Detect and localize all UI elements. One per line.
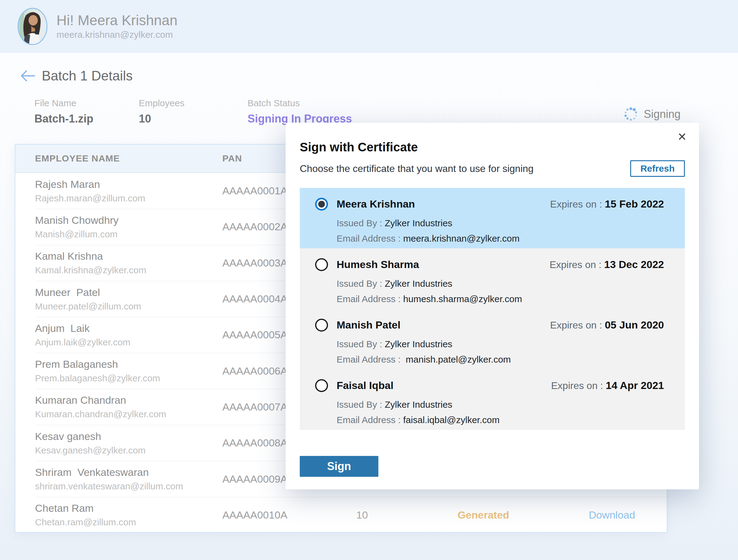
modal-subheader: Choose the certificate that you want to … <box>300 160 685 177</box>
employee-name: Chetan Ram <box>35 502 222 515</box>
employee-email: Kumaran.chandran@zylker.com <box>35 408 222 420</box>
certificate-option[interactable]: Faisal Iqbal Expires on : 14 Apr 2021 Is… <box>300 369 685 430</box>
employee-cell: Anjum Laik Anjum.laik@zylker.com <box>35 322 222 348</box>
page-title-row: Batch 1 Details <box>20 68 133 83</box>
signing-text: Signing <box>644 108 681 121</box>
employee-cell: Kamal Krishna Kamal.krishna@zylker.com <box>35 249 222 276</box>
user-email: meera.krishnan@zylker.com <box>56 29 177 41</box>
radio-button-icon[interactable] <box>315 198 328 210</box>
download-link[interactable]: Download <box>570 509 655 521</box>
employee-cell: Chetan Ram Chetan.ram@zillum.com <box>35 502 222 528</box>
file-name-value: Batch-1.zip <box>34 112 139 126</box>
employee-name: Anjum Laik <box>35 322 222 335</box>
employee-pan: AAAAA0010A <box>222 509 327 521</box>
modal-title: Sign with Certificate <box>300 139 685 155</box>
certificate-email: Email Address : faisal.iqbal@zylker.com <box>337 414 664 426</box>
certificate-name: Humesh Sharma <box>337 257 419 271</box>
employee-name: Kumaran Chandran <box>35 394 222 407</box>
certificate-body: Humesh Sharma Expires on : 13 Dec 2022 I… <box>337 257 664 305</box>
employee-name: Shriram Venkateswaran <box>35 466 222 479</box>
employee-email: Prem.balaganesh@zylker.com <box>35 373 222 384</box>
email-address-value: meera.krishnan@zylker.com <box>403 233 520 243</box>
sign-button[interactable]: Sign <box>300 456 378 477</box>
employee-cell: Shriram Venkateswaran shriram.venkateswa… <box>35 466 222 492</box>
issued-by-value: Zylker Industries <box>385 400 452 410</box>
user-greeting: Hi! Meera Krishnan <box>56 12 177 29</box>
batch-info: File Name Batch-1.zip Employees 10 Batch… <box>34 98 352 126</box>
email-address-value: manish.patel@zylker.com <box>403 354 511 365</box>
certificate-option[interactable]: Manish Patel Expires on : 05 Jun 2020 Is… <box>300 309 685 369</box>
certificate-list: Meera Krishnan Expires on : 15 Feb 2022 … <box>300 188 685 430</box>
certificate-name: Faisal Iqbal <box>337 379 393 392</box>
employee-email: Kamal.krishna@zylker.com <box>35 264 222 276</box>
employee-cell: Manish Chowdhry Manish@zillum.com <box>35 214 222 240</box>
employee-email: shriram.venkateswaran@zillum.com <box>35 481 222 492</box>
employee-name: Manish Chowdhry <box>35 214 222 226</box>
employee-email: Manish@zillum.com <box>35 228 222 240</box>
certificate-name: Meera Krishnan <box>337 197 415 210</box>
screen: Hi! Meera Krishnan meera.krishnan@zylker… <box>0 0 738 560</box>
expires-label: Expires on : <box>549 259 604 270</box>
certificate-expiry: Expires on : 13 Dec 2022 <box>549 258 664 270</box>
spinner-icon <box>624 107 638 122</box>
expires-value: 13 Dec 2022 <box>604 258 664 270</box>
modal-subtitle: Choose the certificate that you want to … <box>300 162 533 175</box>
expires-value: 05 Jun 2020 <box>605 319 664 331</box>
employee-name: Kamal Krishna <box>35 249 222 262</box>
avatar <box>17 7 48 45</box>
certificate-body: Meera Krishnan Expires on : 15 Feb 2022 … <box>337 197 664 244</box>
employee-cell: Rajesh Maran Rajesh.maran@zillum.com <box>35 178 222 204</box>
certificate-email: Email Address : manish.patel@zylker.com <box>337 354 664 365</box>
expires-value: 15 Feb 2022 <box>605 198 664 210</box>
radio-button-icon[interactable] <box>315 258 328 271</box>
certificate-expiry: Expires on : 14 Apr 2021 <box>551 380 664 392</box>
certificate-body: Manish Patel Expires on : 05 Jun 2020 Is… <box>337 318 664 365</box>
email-address-label: Email Address : <box>337 233 403 243</box>
expires-label: Expires on : <box>550 199 605 210</box>
issued-by-label: Issued By : <box>337 400 385 410</box>
employee-email: Chetan.ram@zillum.com <box>35 516 222 528</box>
certificate-email: Email Address : humesh.sharma@zylker.com <box>337 293 664 305</box>
employee-cell: Kesav ganesh Kesav.ganesh@zylker.com <box>35 430 222 456</box>
certificate-name: Manish Patel <box>337 318 400 332</box>
expires-label: Expires on : <box>551 380 606 391</box>
employee-name: Muneer Patel <box>35 286 222 299</box>
sign-with-certificate-modal: ✕ Sign with Certificate Choose the certi… <box>286 123 699 489</box>
employees-label: Employees <box>139 98 248 109</box>
employee-email: Rajesh.maran@zillum.com <box>35 192 222 204</box>
back-arrow-icon[interactable] <box>20 70 35 82</box>
certificate-option[interactable]: Meera Krishnan Expires on : 15 Feb 2022 … <box>300 188 685 248</box>
email-address-label: Email Address : <box>337 354 403 365</box>
employee-email: Anjum.laik@zylker.com <box>35 337 222 348</box>
employee-name: Kesav ganesh <box>35 430 222 443</box>
issued-by-value: Zylker Industries <box>385 218 452 228</box>
employee-cell: Kumaran Chandran Kumaran.chandran@zylker… <box>35 394 222 420</box>
certificate-expiry: Expires on : 05 Jun 2020 <box>550 319 664 331</box>
document-count: 10 <box>327 509 397 521</box>
radio-button-icon[interactable] <box>315 319 328 332</box>
employee-cell: Muneer Patel Muneer.patel@zillum.com <box>35 286 222 312</box>
certificate-body: Faisal Iqbal Expires on : 14 Apr 2021 Is… <box>337 379 664 426</box>
table-row: Chetan Ram Chetan.ram@zillum.com AAAAA00… <box>15 497 667 533</box>
issued-by-value: Zylker Industries <box>385 339 452 349</box>
employee-name: Rajesh Maran <box>35 178 222 191</box>
certificate-issuer: Issued By : Zylker Industries <box>337 278 664 290</box>
employee-cell: Prem Balaganesh Prem.balaganesh@zylker.c… <box>35 358 222 384</box>
expires-value: 14 Apr 2021 <box>606 380 664 391</box>
employee-email: Kesav.ganesh@zylker.com <box>35 445 222 456</box>
batch-status-label: Batch Status <box>248 98 352 109</box>
page-title: Batch 1 Details <box>42 68 133 83</box>
certificate-email: Email Address : meera.krishnan@zylker.co… <box>337 233 664 244</box>
issued-by-value: Zylker Industries <box>385 278 452 289</box>
app-header: Hi! Meera Krishnan meera.krishnan@zylker… <box>0 0 738 53</box>
column-header-employee-name: EMPLOYEE NAME <box>35 153 222 164</box>
email-address-label: Email Address : <box>337 294 403 304</box>
certificate-option[interactable]: Humesh Sharma Expires on : 13 Dec 2022 I… <box>300 248 685 309</box>
close-icon[interactable]: ✕ <box>676 129 689 144</box>
refresh-button[interactable]: Refresh <box>630 160 685 177</box>
status-badge: Generated <box>397 509 570 521</box>
employee-email: Muneer.patel@zillum.com <box>35 301 222 312</box>
radio-button-icon[interactable] <box>315 379 328 392</box>
file-name-label: File Name <box>34 98 139 109</box>
issued-by-label: Issued By : <box>337 278 385 289</box>
